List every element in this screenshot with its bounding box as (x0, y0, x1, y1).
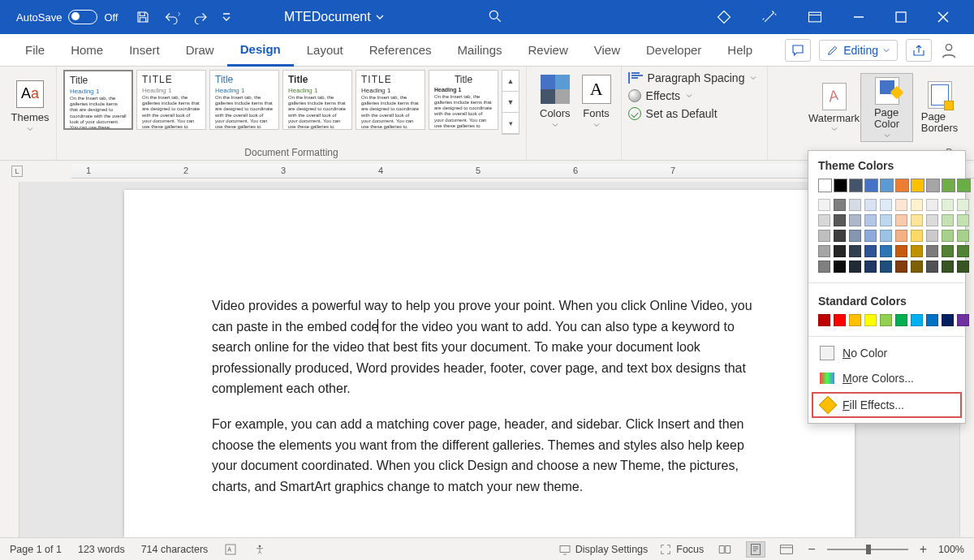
color-swatch[interactable] (926, 199, 938, 211)
tab-home[interactable]: Home (58, 34, 116, 67)
watermark-button[interactable]: Watermark (808, 73, 860, 142)
tab-design[interactable]: Design (227, 34, 294, 67)
color-swatch[interactable] (895, 245, 907, 257)
color-swatch[interactable] (849, 179, 863, 192)
color-swatch[interactable] (818, 230, 830, 242)
color-swatch[interactable] (880, 261, 892, 273)
color-swatch[interactable] (911, 199, 923, 211)
document-title[interactable]: MTEDocument (284, 10, 385, 24)
color-swatch[interactable] (864, 261, 877, 273)
color-swatch[interactable] (864, 214, 877, 226)
document-page[interactable]: Video provides a powerful way to help yo… (124, 190, 855, 537)
color-swatch[interactable] (895, 314, 907, 326)
effects-button[interactable]: Effects (628, 89, 758, 102)
color-swatch[interactable] (834, 261, 846, 273)
set-as-default-button[interactable]: Set as Default (628, 107, 758, 120)
color-swatch[interactable] (926, 245, 938, 257)
style-card[interactable]: TitleHeading 1On the Insert tab, the gal… (282, 70, 352, 130)
color-swatch[interactable] (957, 245, 969, 257)
character-count[interactable]: 714 characters (141, 544, 209, 555)
color-swatch[interactable] (957, 199, 969, 211)
toggle-off-icon[interactable] (68, 10, 97, 24)
color-swatch[interactable] (895, 179, 909, 192)
color-swatch[interactable] (957, 261, 969, 273)
themes-button[interactable]: Aa Themes (6, 70, 54, 141)
tab-developer[interactable]: Developer (633, 34, 714, 67)
color-swatch[interactable] (880, 245, 892, 257)
color-swatch[interactable] (895, 230, 907, 242)
style-card[interactable]: TitleHeading 1On the Insert tab, the gal… (63, 70, 133, 130)
color-swatch[interactable] (911, 314, 923, 326)
color-swatch[interactable] (942, 230, 954, 242)
color-swatch[interactable] (911, 214, 923, 226)
paragraph-spacing-button[interactable]: Paragraph Spacing (628, 71, 758, 84)
color-swatch[interactable] (834, 245, 846, 257)
zoom-level[interactable]: 100% (938, 544, 964, 555)
color-swatch[interactable] (942, 261, 954, 273)
style-card[interactable]: TitleHeading 1On the Insert tab, the gal… (429, 70, 498, 130)
color-swatch[interactable] (849, 245, 861, 257)
color-swatch[interactable] (926, 214, 938, 226)
tab-references[interactable]: References (356, 34, 445, 67)
no-color-item[interactable]: No Color (808, 340, 965, 366)
color-swatch[interactable] (957, 230, 969, 242)
style-card[interactable]: TitleHeading 1On the Insert tab, the gal… (209, 70, 279, 130)
page-number[interactable]: Page 1 of 1 (10, 544, 62, 555)
style-gallery[interactable]: TitleHeading 1On the Insert tab, the gal… (63, 70, 519, 135)
color-swatch[interactable] (957, 179, 971, 192)
color-swatch[interactable] (942, 314, 954, 326)
color-swatch[interactable] (864, 314, 877, 326)
comments-button[interactable] (785, 39, 811, 62)
save-icon[interactable] (136, 10, 150, 24)
color-swatch[interactable] (834, 199, 846, 211)
color-swatch[interactable] (880, 230, 892, 242)
page-borders-button[interactable]: PageBorders (913, 73, 966, 142)
color-swatch[interactable] (926, 179, 940, 192)
color-swatch[interactable] (957, 214, 969, 226)
color-swatch[interactable] (864, 230, 877, 242)
color-swatch[interactable] (911, 230, 923, 242)
color-swatch[interactable] (864, 179, 878, 192)
fonts-button[interactable]: A Fonts (582, 75, 611, 127)
qat-customize-icon[interactable] (222, 12, 231, 22)
color-swatch[interactable] (818, 199, 830, 211)
spelling-icon[interactable] (224, 543, 237, 556)
color-swatch[interactable] (849, 314, 861, 326)
zoom-slider[interactable] (827, 549, 908, 550)
tab-layout[interactable]: Layout (294, 34, 356, 67)
color-swatch[interactable] (834, 179, 847, 192)
gallery-scroll[interactable]: ▲▼▾ (502, 70, 519, 135)
read-mode-button[interactable] (715, 541, 735, 558)
color-swatch[interactable] (957, 314, 969, 326)
accessibility-icon[interactable] (253, 543, 266, 556)
color-swatch[interactable] (911, 245, 923, 257)
color-swatch[interactable] (895, 214, 907, 226)
print-layout-button[interactable] (746, 541, 765, 558)
color-swatch[interactable] (942, 179, 955, 192)
color-swatch[interactable] (942, 199, 954, 211)
color-swatch[interactable] (849, 261, 861, 273)
color-swatch[interactable] (818, 214, 830, 226)
color-swatch[interactable] (911, 261, 923, 273)
color-swatch[interactable] (880, 199, 892, 211)
tab-review[interactable]: Review (515, 34, 581, 67)
ruler-corner-icon[interactable]: L (11, 166, 23, 177)
tab-view[interactable]: View (581, 34, 633, 67)
focus-button[interactable]: Focus (659, 543, 704, 556)
color-swatch[interactable] (849, 214, 861, 226)
close-icon[interactable] (937, 11, 950, 24)
color-swatch[interactable] (895, 261, 907, 273)
word-count[interactable]: 123 words (78, 544, 125, 555)
color-swatch[interactable] (834, 214, 846, 226)
color-swatch[interactable] (926, 261, 938, 273)
share-button[interactable] (906, 39, 932, 62)
page-color-button[interactable]: PageColor (860, 73, 913, 142)
more-colors-item[interactable]: More Colors... (808, 366, 965, 390)
diamond-icon[interactable] (716, 9, 732, 25)
fill-effects-item[interactable]: Fill Effects... (812, 392, 962, 418)
tab-file[interactable]: File (12, 34, 58, 67)
search-button[interactable] (487, 8, 503, 27)
color-swatch[interactable] (818, 245, 830, 257)
editing-mode-button[interactable]: Editing (819, 40, 898, 61)
color-swatch[interactable] (926, 314, 938, 326)
